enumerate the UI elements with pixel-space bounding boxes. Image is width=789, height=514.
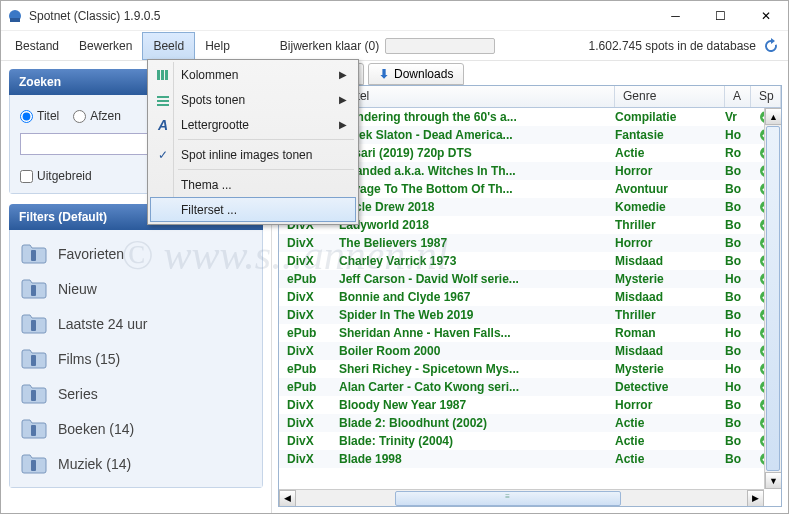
cell-genre: Actie bbox=[615, 434, 725, 448]
cell-type: DivX bbox=[279, 236, 339, 250]
folder-icon bbox=[20, 243, 48, 265]
menu-bestand[interactable]: Bestand bbox=[5, 33, 69, 59]
radio-afzen[interactable]: Afzen bbox=[73, 109, 121, 123]
menu-help[interactable]: Help bbox=[195, 33, 240, 59]
svg-rect-13 bbox=[31, 425, 36, 436]
cell-a: Bo bbox=[725, 308, 751, 322]
cell-genre: Misdaad bbox=[615, 344, 725, 358]
cell-type: DivX bbox=[279, 290, 339, 304]
cell-title: Sheri Richey - Spicetown Mys... bbox=[339, 362, 615, 376]
vertical-scrollbar[interactable]: ▲ ▼ bbox=[764, 108, 781, 489]
beeld-dropdown: Kolommen ▶ Spots tonen ▶ A Lettergrootte… bbox=[147, 59, 359, 225]
col-header-sp[interactable]: Sp bbox=[751, 86, 781, 107]
table-row[interactable]: DivXBonnie and Clyde 1967MisdaadBo bbox=[279, 288, 781, 306]
cell-type: ePub bbox=[279, 380, 339, 394]
cell-a: Bo bbox=[725, 236, 751, 250]
scroll-right-icon[interactable]: ▶ bbox=[747, 490, 764, 507]
svg-rect-3 bbox=[161, 70, 164, 80]
table-row[interactable]: ePubSheridan Anne - Haven Falls...RomanH… bbox=[279, 324, 781, 342]
spots-icon bbox=[151, 93, 175, 107]
table-row[interactable]: DivXSpider In The Web 2019ThrillerBo bbox=[279, 306, 781, 324]
menu-item-lettergrootte[interactable]: A Lettergrootte ▶ bbox=[150, 112, 356, 137]
columns-icon bbox=[151, 68, 175, 82]
submenu-arrow-icon: ▶ bbox=[339, 69, 355, 80]
filter-item[interactable]: Laatste 24 uur bbox=[14, 306, 258, 341]
tab-downloads[interactable]: ⬇Downloads bbox=[368, 63, 464, 85]
filter-item[interactable]: Muziek (14) bbox=[14, 446, 258, 481]
cell-genre: Misdaad bbox=[615, 254, 725, 268]
cell-type: DivX bbox=[279, 344, 339, 358]
menu-bewerken[interactable]: Bewerken bbox=[69, 33, 142, 59]
cell-type: ePub bbox=[279, 362, 339, 376]
status-text: Bijwerken klaar (0) bbox=[280, 39, 379, 53]
cell-genre: Thriller bbox=[615, 218, 725, 232]
scroll-left-icon[interactable]: ◀ bbox=[279, 490, 296, 507]
cell-type: DivX bbox=[279, 254, 339, 268]
cell-a: Ho bbox=[725, 326, 751, 340]
cell-a: Bo bbox=[725, 344, 751, 358]
col-header-title[interactable]: Titel bbox=[339, 86, 615, 107]
minimize-button[interactable]: ─ bbox=[653, 1, 698, 31]
filter-item[interactable]: Boeken (14) bbox=[14, 411, 258, 446]
menu-beeld[interactable]: Beeld bbox=[142, 32, 195, 60]
svg-rect-14 bbox=[31, 460, 36, 471]
table-row[interactable]: DivXCharley Varrick 1973MisdaadBo bbox=[279, 252, 781, 270]
radio-titel[interactable]: Titel bbox=[20, 109, 59, 123]
cell-type: DivX bbox=[279, 434, 339, 448]
table-row[interactable]: DivXBlade: Trinity (2004)ActieBo bbox=[279, 432, 781, 450]
filter-item[interactable]: Nieuw bbox=[14, 271, 258, 306]
cell-title: Derek Slaton - Dead America... bbox=[339, 128, 615, 142]
cell-title: Sheridan Anne - Haven Falls... bbox=[339, 326, 615, 340]
filter-label: Muziek (14) bbox=[58, 456, 131, 472]
cell-title: Spider In The Web 2019 bbox=[339, 308, 615, 322]
menu-item-thema[interactable]: Thema ... bbox=[150, 172, 356, 197]
menu-item-spots-tonen[interactable]: Spots tonen ▶ bbox=[150, 87, 356, 112]
cell-title: Blade: Trinity (2004) bbox=[339, 434, 615, 448]
filter-item[interactable]: Films (15) bbox=[14, 341, 258, 376]
menu-item-kolommen[interactable]: Kolommen ▶ bbox=[150, 62, 356, 87]
folder-icon bbox=[20, 278, 48, 300]
cell-a: Bo bbox=[725, 218, 751, 232]
cell-a: Bo bbox=[725, 434, 751, 448]
cell-genre: Detective bbox=[615, 380, 725, 394]
close-button[interactable]: ✕ bbox=[743, 1, 788, 31]
table-row[interactable]: DivXBlade 1998ActieBo bbox=[279, 450, 781, 468]
cell-a: Ho bbox=[725, 272, 751, 286]
scroll-up-icon[interactable]: ▲ bbox=[765, 108, 782, 125]
table-row[interactable]: DivXBlade 2: Bloodhunt (2002)ActieBo bbox=[279, 414, 781, 432]
scroll-thumb[interactable]: ≡ bbox=[395, 491, 621, 506]
folder-icon bbox=[20, 418, 48, 440]
svg-rect-7 bbox=[157, 104, 169, 106]
scroll-thumb[interactable] bbox=[766, 126, 780, 471]
cell-genre: Compilatie bbox=[615, 110, 725, 124]
menu-item-filterset[interactable]: Filterset ... bbox=[150, 197, 356, 222]
font-icon: A bbox=[151, 117, 175, 133]
refresh-icon[interactable] bbox=[762, 37, 780, 55]
horizontal-scrollbar[interactable]: ◀ ≡ ▶ bbox=[279, 489, 764, 506]
svg-rect-4 bbox=[165, 70, 168, 80]
cell-a: Bo bbox=[725, 452, 751, 466]
filter-item[interactable]: Series bbox=[14, 376, 258, 411]
maximize-button[interactable]: ☐ bbox=[698, 1, 743, 31]
col-header-genre[interactable]: Genre bbox=[615, 86, 725, 107]
svg-rect-10 bbox=[31, 320, 36, 331]
table-row[interactable]: DivXBloody New Year 1987HorrorBo bbox=[279, 396, 781, 414]
cell-a: Vr bbox=[725, 110, 751, 124]
cell-genre: Actie bbox=[615, 146, 725, 160]
table-row[interactable]: DivXThe Believers 1987HorrorBo bbox=[279, 234, 781, 252]
cell-genre: Actie bbox=[615, 452, 725, 466]
scroll-down-icon[interactable]: ▼ bbox=[765, 472, 782, 489]
cell-title: Bonnie and Clyde 1967 bbox=[339, 290, 615, 304]
table-row[interactable]: DivXBoiler Room 2000MisdaadBo bbox=[279, 342, 781, 360]
menu-item-spot-inline[interactable]: ✓ Spot inline images tonen bbox=[150, 142, 356, 167]
cell-genre: Horror bbox=[615, 398, 725, 412]
table-row[interactable]: ePubAlan Carter - Cato Kwong seri...Dete… bbox=[279, 378, 781, 396]
filter-item[interactable]: Favorieten bbox=[14, 236, 258, 271]
cell-genre: Komedie bbox=[615, 200, 725, 214]
svg-rect-8 bbox=[31, 250, 36, 261]
table-row[interactable]: ePubJeff Carson - David Wolf serie...Mys… bbox=[279, 270, 781, 288]
table-row[interactable]: ePubSheri Richey - Spicetown Mys...Myste… bbox=[279, 360, 781, 378]
cell-title: Boiler Room 2000 bbox=[339, 344, 615, 358]
cell-genre: Mysterie bbox=[615, 272, 725, 286]
col-header-a[interactable]: A bbox=[725, 86, 751, 107]
